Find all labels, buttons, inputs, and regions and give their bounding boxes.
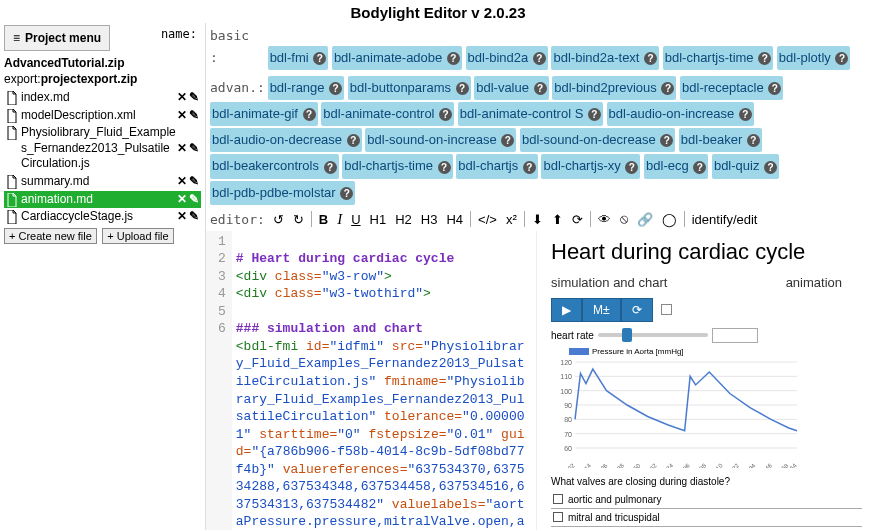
- code-button[interactable]: </>: [474, 211, 501, 228]
- component-tag[interactable]: bdl-animate-gif ?: [210, 102, 318, 126]
- upload-file-button[interactable]: + Upload file: [102, 228, 173, 244]
- h4-button[interactable]: H4: [442, 211, 467, 228]
- help-icon[interactable]: ?: [340, 187, 353, 200]
- close-icon[interactable]: ✕: [177, 174, 187, 190]
- heart-rate-slider[interactable]: [598, 333, 708, 337]
- underline-button[interactable]: U: [347, 211, 364, 228]
- download-button[interactable]: ⬇: [528, 211, 547, 228]
- component-tag[interactable]: bdl-chartjs ?: [456, 154, 538, 178]
- component-tag[interactable]: bdl-ecg ?: [644, 154, 708, 178]
- code-editor[interactable]: 123456 # Heart during cardiac cycle <div…: [206, 231, 536, 530]
- help-icon[interactable]: ?: [768, 82, 781, 95]
- close-icon[interactable]: ✕: [177, 192, 187, 208]
- redo-button[interactable]: ↻: [289, 211, 308, 228]
- help-icon[interactable]: ?: [693, 161, 706, 174]
- bold-button[interactable]: B: [315, 211, 332, 228]
- component-tag[interactable]: bdl-animate-control S ?: [458, 102, 603, 126]
- reset-button[interactable]: ⟳: [621, 298, 653, 322]
- create-file-button[interactable]: + Create new file: [4, 228, 97, 244]
- upload-button[interactable]: ⬆: [548, 211, 567, 228]
- component-tag[interactable]: bdl-animate-adobe ?: [332, 46, 462, 70]
- help-icon[interactable]: ?: [739, 108, 752, 121]
- preview-eye-button[interactable]: 👁: [594, 211, 615, 228]
- undo-button[interactable]: ↺: [269, 211, 288, 228]
- help-icon[interactable]: ?: [313, 52, 326, 65]
- help-icon[interactable]: ?: [588, 108, 601, 121]
- help-icon[interactable]: ?: [523, 161, 536, 174]
- quiz-option-2[interactable]: mitral and tricuspidal: [551, 509, 862, 527]
- component-tag[interactable]: bdl-animate-control ?: [321, 102, 454, 126]
- edit-icon[interactable]: ✎: [189, 108, 199, 124]
- edit-icon[interactable]: ✎: [189, 209, 199, 225]
- project-menu-button[interactable]: ≡ Project menu: [4, 25, 110, 51]
- superscript-button[interactable]: x²: [502, 211, 521, 228]
- component-tag[interactable]: bdl-range ?: [268, 76, 345, 100]
- component-tag[interactable]: bdl-bind2a ?: [466, 46, 548, 70]
- close-icon[interactable]: ✕: [177, 90, 187, 106]
- file-item[interactable]: summary.md✕✎: [4, 173, 201, 191]
- help-icon[interactable]: ?: [456, 82, 469, 95]
- component-tag[interactable]: bdl-bind2a-text ?: [551, 46, 659, 70]
- help-icon[interactable]: ?: [534, 82, 547, 95]
- component-tag[interactable]: bdl-beakercontrols ?: [210, 154, 339, 178]
- help-icon[interactable]: ?: [501, 134, 514, 147]
- help-icon[interactable]: ?: [660, 134, 673, 147]
- edit-icon[interactable]: ✎: [189, 141, 199, 157]
- help-icon[interactable]: ?: [644, 52, 657, 65]
- component-tag[interactable]: bdl-chartjs-time ?: [663, 46, 773, 70]
- help-icon[interactable]: ?: [439, 108, 452, 121]
- sim-checkbox[interactable]: [661, 304, 672, 315]
- edit-icon[interactable]: ✎: [189, 90, 199, 106]
- edit-icon[interactable]: ✎: [189, 174, 199, 190]
- component-tag[interactable]: bdl-audio-on-increase ?: [607, 102, 754, 126]
- help-icon[interactable]: ?: [758, 52, 771, 65]
- file-item[interactable]: CardiaccycleStage.js✕✎: [4, 208, 201, 226]
- help-icon[interactable]: ?: [625, 161, 638, 174]
- help-icon[interactable]: ?: [303, 108, 316, 121]
- help-icon[interactable]: ?: [447, 52, 460, 65]
- step-button[interactable]: M±: [582, 298, 621, 322]
- component-tag[interactable]: bdl-fmi ?: [268, 46, 329, 70]
- component-tag[interactable]: bdl-quiz ?: [712, 154, 779, 178]
- file-item[interactable]: index.md✕✎: [4, 89, 201, 107]
- file-item[interactable]: Physiolibrary_Fluid_Examples_Fernandez20…: [4, 124, 201, 173]
- close-icon[interactable]: ✕: [177, 141, 187, 157]
- component-tag[interactable]: bdl-audio-on-decrease ?: [210, 128, 362, 152]
- file-item[interactable]: modelDescription.xml✕✎: [4, 107, 201, 125]
- nosync-button[interactable]: ⦸: [616, 210, 632, 228]
- heart-rate-input[interactable]: [712, 328, 758, 343]
- circle-button[interactable]: ◯: [658, 211, 681, 228]
- file-item[interactable]: animation.md✕✎: [4, 191, 201, 209]
- component-tag[interactable]: bdl-bind2previous ?: [552, 76, 676, 100]
- help-icon[interactable]: ?: [747, 134, 760, 147]
- h1-button[interactable]: H1: [366, 211, 391, 228]
- component-tag[interactable]: bdl-plotly ?: [777, 46, 851, 70]
- close-icon[interactable]: ✕: [177, 108, 187, 124]
- h3-button[interactable]: H3: [417, 211, 442, 228]
- refresh-button[interactable]: ⟳: [568, 211, 587, 228]
- code-content[interactable]: # Heart during cardiac cycle <div class=…: [232, 231, 536, 530]
- component-tag[interactable]: bdl-sound-on-increase ?: [365, 128, 516, 152]
- italic-button[interactable]: I: [333, 210, 346, 229]
- play-button[interactable]: ▶: [551, 298, 582, 322]
- component-tag[interactable]: bdl-value ?: [474, 76, 548, 100]
- component-tag[interactable]: bdl-chartjs-time ?: [342, 154, 452, 178]
- edit-icon[interactable]: ✎: [189, 192, 199, 208]
- help-icon[interactable]: ?: [347, 134, 360, 147]
- close-icon[interactable]: ✕: [177, 209, 187, 225]
- component-tag[interactable]: bdl-receptacle ?: [680, 76, 783, 100]
- link-button[interactable]: 🔗: [633, 211, 657, 228]
- help-icon[interactable]: ?: [764, 161, 777, 174]
- help-icon[interactable]: ?: [324, 161, 337, 174]
- quiz-option-1[interactable]: aortic and pulmonary: [551, 491, 862, 509]
- help-icon[interactable]: ?: [661, 82, 674, 95]
- help-icon[interactable]: ?: [835, 52, 848, 65]
- component-tag[interactable]: bdl-buttonparams ?: [348, 76, 471, 100]
- component-tag[interactable]: bdl-beaker ?: [679, 128, 762, 152]
- component-tag[interactable]: bdl-chartjs-xy ?: [541, 154, 640, 178]
- component-tag[interactable]: bdl-pdb-pdbe-molstar ?: [210, 181, 355, 205]
- help-icon[interactable]: ?: [438, 161, 451, 174]
- h2-button[interactable]: H2: [391, 211, 416, 228]
- help-icon[interactable]: ?: [329, 82, 342, 95]
- component-tag[interactable]: bdl-sound-on-decrease ?: [520, 128, 675, 152]
